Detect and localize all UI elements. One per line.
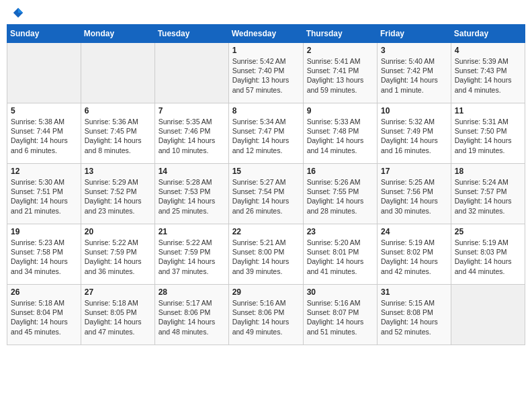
- calendar-week-row: 12Sunrise: 5:30 AMSunset: 7:51 PMDayligh…: [7, 164, 525, 224]
- calendar-table: SundayMondayTuesdayWednesdayThursdayFrid…: [7, 24, 525, 345]
- day-content: Sunrise: 5:15 AMSunset: 8:08 PMDaylight:…: [381, 298, 447, 336]
- weekday-header-sunday: Sunday: [7, 25, 81, 43]
- day-number: 31: [381, 287, 447, 297]
- calendar-cell: 11Sunrise: 5:31 AMSunset: 7:50 PMDayligh…: [451, 103, 525, 164]
- calendar-cell: 26Sunrise: 5:18 AMSunset: 8:04 PMDayligh…: [7, 285, 81, 345]
- calendar-cell: 28Sunrise: 5:17 AMSunset: 8:06 PMDayligh…: [154, 285, 228, 345]
- calendar-cell: 2Sunrise: 5:41 AMSunset: 7:41 PMDaylight…: [303, 43, 377, 103]
- calendar-cell: 19Sunrise: 5:23 AMSunset: 7:58 PMDayligh…: [7, 224, 81, 285]
- day-number: 4: [455, 46, 521, 55]
- day-content: Sunrise: 5:42 AMSunset: 7:40 PMDaylight:…: [232, 56, 300, 95]
- day-content: Sunrise: 5:36 AMSunset: 7:45 PMDaylight:…: [85, 117, 151, 155]
- day-content: Sunrise: 5:35 AMSunset: 7:46 PMDaylight:…: [159, 117, 225, 155]
- page-header: [7, 7, 525, 19]
- calendar-cell: 1Sunrise: 5:42 AMSunset: 7:40 PMDaylight…: [228, 43, 303, 103]
- day-content: Sunrise: 5:41 AMSunset: 7:41 PMDaylight:…: [307, 56, 373, 95]
- calendar-header-row: SundayMondayTuesdayWednesdayThursdayFrid…: [7, 25, 525, 43]
- day-content: Sunrise: 5:30 AMSunset: 7:51 PMDaylight:…: [11, 177, 77, 216]
- calendar-cell: 23Sunrise: 5:20 AMSunset: 8:01 PMDayligh…: [303, 224, 377, 285]
- day-number: 24: [381, 227, 447, 236]
- calendar-cell: 13Sunrise: 5:29 AMSunset: 7:52 PMDayligh…: [81, 164, 154, 224]
- day-content: Sunrise: 5:39 AMSunset: 7:43 PMDaylight:…: [455, 56, 521, 95]
- day-number: 17: [381, 167, 447, 176]
- calendar-cell: 7Sunrise: 5:35 AMSunset: 7:46 PMDaylight…: [154, 103, 228, 164]
- day-number: 10: [381, 106, 447, 116]
- calendar-cell: 29Sunrise: 5:16 AMSunset: 8:06 PMDayligh…: [228, 285, 303, 345]
- day-number: 15: [232, 167, 300, 176]
- calendar-cell: 21Sunrise: 5:22 AMSunset: 7:59 PMDayligh…: [154, 224, 228, 285]
- calendar-week-row: 19Sunrise: 5:23 AMSunset: 7:58 PMDayligh…: [7, 224, 525, 285]
- calendar-week-row: 1Sunrise: 5:42 AMSunset: 7:40 PMDaylight…: [7, 43, 525, 103]
- day-content: Sunrise: 5:18 AMSunset: 8:05 PMDaylight:…: [85, 298, 151, 336]
- day-number: 11: [455, 106, 521, 116]
- calendar-cell: [7, 43, 81, 103]
- day-content: Sunrise: 5:32 AMSunset: 7:49 PMDaylight:…: [381, 117, 447, 155]
- day-content: Sunrise: 5:17 AMSunset: 8:06 PMDaylight:…: [159, 298, 225, 336]
- calendar-cell: 17Sunrise: 5:25 AMSunset: 7:56 PMDayligh…: [378, 164, 451, 224]
- calendar-cell: [81, 43, 154, 103]
- day-number: 8: [232, 106, 300, 116]
- day-content: Sunrise: 5:19 AMSunset: 8:03 PMDaylight:…: [455, 238, 521, 276]
- svg-marker-1: [18, 8, 23, 13]
- day-number: 12: [11, 167, 77, 176]
- calendar-cell: 5Sunrise: 5:38 AMSunset: 7:44 PMDaylight…: [7, 103, 81, 164]
- calendar-cell: 3Sunrise: 5:40 AMSunset: 7:42 PMDaylight…: [378, 43, 451, 103]
- calendar-cell: 4Sunrise: 5:39 AMSunset: 7:43 PMDaylight…: [451, 43, 525, 103]
- day-number: 25: [455, 227, 521, 236]
- day-content: Sunrise: 5:33 AMSunset: 7:48 PMDaylight:…: [307, 117, 373, 155]
- day-content: Sunrise: 5:34 AMSunset: 7:47 PMDaylight:…: [232, 117, 300, 155]
- calendar-cell: 25Sunrise: 5:19 AMSunset: 8:03 PMDayligh…: [451, 224, 525, 285]
- day-content: Sunrise: 5:23 AMSunset: 7:58 PMDaylight:…: [11, 238, 77, 276]
- day-content: Sunrise: 5:28 AMSunset: 7:53 PMDaylight:…: [159, 177, 225, 216]
- day-number: 13: [85, 167, 151, 176]
- calendar-week-row: 26Sunrise: 5:18 AMSunset: 8:04 PMDayligh…: [7, 285, 525, 345]
- day-number: 18: [455, 167, 521, 176]
- day-content: Sunrise: 5:25 AMSunset: 7:56 PMDaylight:…: [381, 177, 447, 216]
- day-content: Sunrise: 5:21 AMSunset: 8:00 PMDaylight:…: [232, 238, 300, 276]
- day-content: Sunrise: 5:38 AMSunset: 7:44 PMDaylight:…: [11, 117, 77, 155]
- logo-icon: [12, 7, 24, 19]
- day-number: 9: [307, 106, 373, 116]
- weekday-header-wednesday: Wednesday: [228, 25, 303, 43]
- day-content: Sunrise: 5:18 AMSunset: 8:04 PMDaylight:…: [11, 298, 77, 336]
- day-number: 23: [307, 227, 373, 236]
- day-number: 19: [11, 227, 77, 236]
- calendar-cell: 20Sunrise: 5:22 AMSunset: 7:59 PMDayligh…: [81, 224, 154, 285]
- calendar-week-row: 5Sunrise: 5:38 AMSunset: 7:44 PMDaylight…: [7, 103, 525, 164]
- weekday-header-thursday: Thursday: [303, 25, 377, 43]
- day-number: 2: [307, 46, 373, 55]
- calendar-cell: 31Sunrise: 5:15 AMSunset: 8:08 PMDayligh…: [378, 285, 451, 345]
- day-number: 30: [307, 287, 373, 297]
- day-content: Sunrise: 5:26 AMSunset: 7:55 PMDaylight:…: [307, 177, 373, 216]
- day-content: Sunrise: 5:24 AMSunset: 7:57 PMDaylight:…: [455, 177, 521, 216]
- calendar-cell: 16Sunrise: 5:26 AMSunset: 7:55 PMDayligh…: [303, 164, 377, 224]
- day-content: Sunrise: 5:22 AMSunset: 7:59 PMDaylight:…: [85, 238, 151, 276]
- day-number: 29: [232, 287, 300, 297]
- day-number: 21: [159, 227, 225, 236]
- day-number: 1: [232, 46, 300, 55]
- day-content: Sunrise: 5:22 AMSunset: 7:59 PMDaylight:…: [159, 238, 225, 276]
- calendar-cell: 24Sunrise: 5:19 AMSunset: 8:02 PMDayligh…: [378, 224, 451, 285]
- calendar-cell: 12Sunrise: 5:30 AMSunset: 7:51 PMDayligh…: [7, 164, 81, 224]
- weekday-header-monday: Monday: [81, 25, 154, 43]
- calendar-cell: 9Sunrise: 5:33 AMSunset: 7:48 PMDaylight…: [303, 103, 377, 164]
- day-number: 14: [159, 167, 225, 176]
- calendar-cell: 30Sunrise: 5:16 AMSunset: 8:07 PMDayligh…: [303, 285, 377, 345]
- day-number: 27: [85, 287, 151, 297]
- weekday-header-tuesday: Tuesday: [154, 25, 228, 43]
- calendar-cell: 27Sunrise: 5:18 AMSunset: 8:05 PMDayligh…: [81, 285, 154, 345]
- day-number: 7: [159, 106, 225, 116]
- day-content: Sunrise: 5:31 AMSunset: 7:50 PMDaylight:…: [455, 117, 521, 155]
- calendar-cell: [451, 285, 525, 345]
- day-content: Sunrise: 5:16 AMSunset: 8:06 PMDaylight:…: [232, 298, 300, 336]
- weekday-header-saturday: Saturday: [451, 25, 525, 43]
- day-content: Sunrise: 5:16 AMSunset: 8:07 PMDaylight:…: [307, 298, 373, 336]
- calendar-cell: 15Sunrise: 5:27 AMSunset: 7:54 PMDayligh…: [228, 164, 303, 224]
- day-content: Sunrise: 5:40 AMSunset: 7:42 PMDaylight:…: [381, 56, 447, 95]
- day-number: 5: [11, 106, 77, 116]
- weekday-header-friday: Friday: [378, 25, 451, 43]
- day-number: 3: [381, 46, 447, 55]
- logo: [9, 7, 27, 19]
- calendar-cell: 22Sunrise: 5:21 AMSunset: 8:00 PMDayligh…: [228, 224, 303, 285]
- day-content: Sunrise: 5:20 AMSunset: 8:01 PMDaylight:…: [307, 238, 373, 276]
